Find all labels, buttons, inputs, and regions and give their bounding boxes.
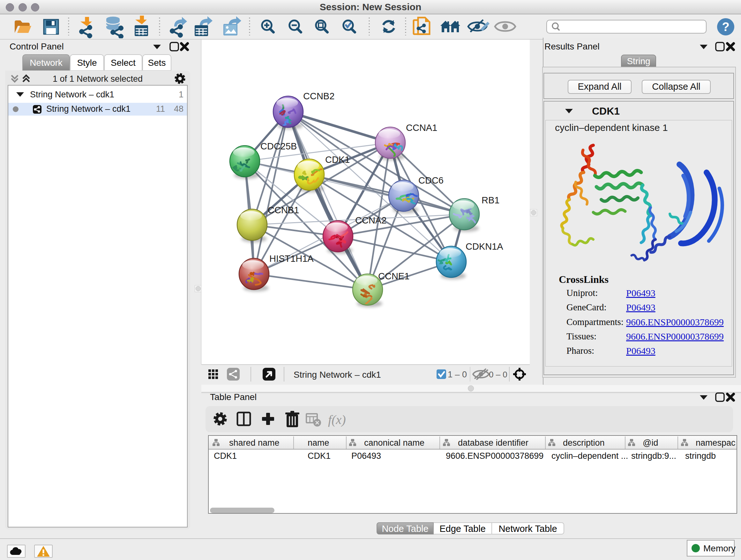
svg-text:CCNA1: CCNA1 <box>406 123 437 133</box>
svg-text:CCNE1: CCNE1 <box>378 271 409 281</box>
svg-text:@id: @id <box>643 438 658 448</box>
svg-text:RB1: RB1 <box>482 195 499 205</box>
svg-text:namespac: namespac <box>696 438 736 448</box>
svg-text:database identifier: database identifier <box>458 438 529 448</box>
svg-text:CDC6: CDC6 <box>418 175 444 186</box>
svg-text:description: description <box>563 438 605 448</box>
svg-text:CDK1: CDK1 <box>325 154 350 165</box>
svg-text:CDKN1A: CDKN1A <box>466 241 503 252</box>
svg-text:CCNB1: CCNB1 <box>268 205 299 215</box>
svg-text:f(x): f(x) <box>328 413 346 427</box>
svg-text:canonical name: canonical name <box>364 438 424 448</box>
svg-text:1 – 0: 1 – 0 <box>448 370 467 379</box>
svg-text:name: name <box>308 438 329 448</box>
svg-text:0 – 0: 0 – 0 <box>489 370 508 379</box>
svg-text:HIST1H1A: HIST1H1A <box>269 253 314 264</box>
svg-text:shared name: shared name <box>229 438 280 448</box>
svg-text:CCNB2: CCNB2 <box>303 91 334 101</box>
svg-text:CDC25B: CDC25B <box>260 141 297 151</box>
svg-text:CCNA2: CCNA2 <box>355 215 387 226</box>
svg-text:?: ? <box>722 20 729 34</box>
